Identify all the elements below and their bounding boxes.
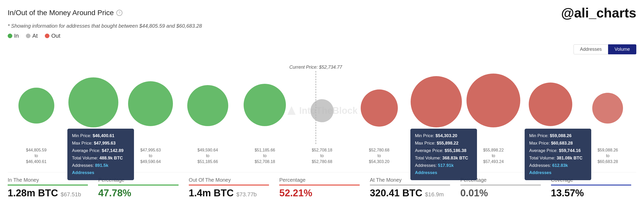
- price-label-5: $52,708.18 to $52,780.68: [293, 147, 350, 165]
- divider-pct-out: [279, 185, 359, 186]
- bubble-col-7: [351, 72, 408, 144]
- price-from-5: $52,708.18: [312, 148, 332, 152]
- bubble-10: [529, 83, 572, 126]
- stat-value-in: 1.28m BTC $67.51b: [8, 188, 88, 199]
- stat-sub-out: $73.77b: [236, 191, 257, 198]
- t1-vol-label: Total Volume:: [72, 156, 98, 160]
- bubble-col-10: Min Price: $59,088.26 Max Price: $60,683…: [522, 72, 579, 144]
- t2-vol-label: Total Volume:: [415, 156, 441, 160]
- volume-toggle[interactable]: Volume: [608, 44, 636, 54]
- divider-in: [8, 185, 88, 186]
- t2-min-val: $54,303.20: [435, 133, 457, 138]
- legend-item-at: At: [26, 33, 38, 39]
- stat-sub-at: $16.9m: [425, 191, 444, 198]
- bubble-col-2: Min Price: $46,400.61 Max Price: $47,995…: [65, 72, 122, 144]
- subtitle: * Showing information for addresses that…: [8, 23, 636, 29]
- title-text: In/Out of the Money Around Price: [8, 9, 114, 17]
- price-from-10: $59,088.26: [597, 148, 618, 152]
- bubble-3: [128, 81, 173, 126]
- legend-label-out: Out: [51, 33, 60, 39]
- stat-value-out: 1.4m BTC $73.77b: [189, 188, 269, 199]
- t1-max-label: Max Price:: [72, 141, 92, 146]
- stat-pct-in: Percentage 47.78%: [93, 177, 183, 199]
- t3-avg-label: Average Price:: [529, 148, 558, 153]
- t2-avg-val: $55,186.38: [445, 148, 466, 153]
- bubble-9: [466, 74, 520, 127]
- chart-title: In/Out of the Money Around Price ?: [8, 9, 122, 17]
- bubble-2: [68, 77, 118, 127]
- legend-label-in: In: [14, 33, 19, 39]
- t1-max-val: $47,995.63: [94, 141, 116, 146]
- price-label-6: $52,780.68 to $54,303.20: [351, 147, 408, 165]
- stat-out-the-money: Out Of The Money 1.4m BTC $73.77b: [184, 177, 274, 199]
- price-end-2: $49,590.64: [140, 159, 161, 164]
- stat-coverage: Coverage 13.57%: [546, 177, 636, 199]
- bubble-5: [244, 84, 286, 126]
- t3-vol-label: Total Volume:: [529, 156, 555, 160]
- legend-dot-at: [26, 34, 30, 38]
- divider-out: [189, 185, 269, 186]
- t3-max-val: $60,683.28: [551, 141, 573, 146]
- t2-addr-label: Addresses:: [415, 163, 437, 168]
- divider-pct-in: [98, 185, 178, 186]
- stat-pct-at: Percentage 0.01%: [455, 177, 546, 199]
- header-row: In/Out of the Money Around Price ? @ali_…: [8, 5, 636, 21]
- price-label-0: $44,805.59 to $46,400.61: [8, 147, 65, 165]
- stat-label-pct-out: Percentage: [279, 177, 359, 183]
- divider-at: [370, 185, 450, 186]
- t2-min-label: Min Price:: [415, 133, 434, 138]
- price-end-8: $57,493.24: [483, 159, 504, 164]
- divider-coverage: [551, 185, 631, 186]
- price-from-6: $52,780.68: [369, 148, 389, 152]
- price-from-8: $55,898.22: [483, 148, 504, 152]
- price-end-5: $52,780.68: [312, 159, 332, 164]
- t2-vol-val: 368.83k BTC: [442, 156, 468, 160]
- price-end-10: $60,683.28: [597, 159, 618, 164]
- tooltip-1: Min Price: $46,400.61 Max Price: $47,995…: [67, 129, 134, 180]
- t2-max-label: Max Price:: [415, 141, 435, 146]
- t3-min-val: $59,088.26: [550, 133, 572, 138]
- t1-addr-label: Addresses:: [72, 163, 94, 168]
- bubble-col-8: Min Price: $54,303.20 Max Price: $55,898…: [408, 72, 465, 144]
- t1-avg-val: $47,142.89: [102, 148, 123, 153]
- t3-vol-val: 381.08k BTC: [557, 156, 583, 160]
- t3-max-label: Max Price:: [529, 141, 550, 146]
- chart-area: IntoTheBlock Current Price: $52,734.77 M…: [8, 57, 636, 165]
- stat-pct-in-val: 47.78%: [98, 188, 178, 199]
- bubble-1: [18, 88, 54, 124]
- stat-pct-out: Percentage 52.21%: [274, 177, 365, 199]
- bubble-6: [310, 99, 334, 122]
- stat-sub-in: $67.51b: [61, 191, 81, 198]
- t1-vol-val: 488.9k BTC: [99, 156, 123, 160]
- stat-pct-at-val: 0.01%: [460, 188, 541, 199]
- price-from-0: $44,805.59: [26, 148, 47, 152]
- t1-avg-label: Average Price:: [72, 148, 100, 153]
- stat-in-the-money: In The Money 1.28m BTC $67.51b: [8, 177, 93, 199]
- bubble-4: [187, 85, 228, 126]
- t1-min-val: $46,400.61: [92, 133, 114, 138]
- divider-pct-at: [460, 185, 541, 186]
- bubbles-row: Min Price: $46,400.61 Max Price: $47,995…: [8, 72, 636, 144]
- legend-label-at: At: [32, 33, 38, 39]
- help-icon[interactable]: ?: [116, 10, 122, 16]
- stat-label-out: Out Of The Money: [189, 177, 269, 183]
- toggle-row: Addresses Volume: [8, 44, 636, 54]
- bubble-11: [592, 93, 623, 124]
- price-from-3: $49,590.64: [198, 148, 218, 152]
- price-end-3: $51,185.66: [198, 159, 218, 164]
- current-price-label: Current Price: $52,734.77: [289, 65, 342, 70]
- price-from-2: $47,995.63: [140, 148, 161, 152]
- t3-avg-val: $59,744.16: [559, 148, 581, 153]
- legend-dot-out: [45, 34, 49, 38]
- t2-max-val: $55,898.22: [437, 141, 459, 146]
- stat-btc-at: 320.41 BTC: [370, 188, 422, 198]
- t2-avg-label: Average Price:: [415, 148, 443, 153]
- stat-pct-out-val: 52.21%: [279, 188, 359, 199]
- stat-value-at: 320.41 BTC $16.9m: [370, 188, 450, 199]
- legend-item-out: Out: [45, 33, 60, 39]
- addresses-toggle[interactable]: Addresses: [574, 44, 608, 54]
- price-label-3: $49,590.64 to $51,185.66: [179, 147, 236, 165]
- stat-coverage-val: 13.57%: [551, 188, 631, 199]
- bubble-col-1: [8, 72, 65, 144]
- legend-dot-in: [8, 34, 12, 38]
